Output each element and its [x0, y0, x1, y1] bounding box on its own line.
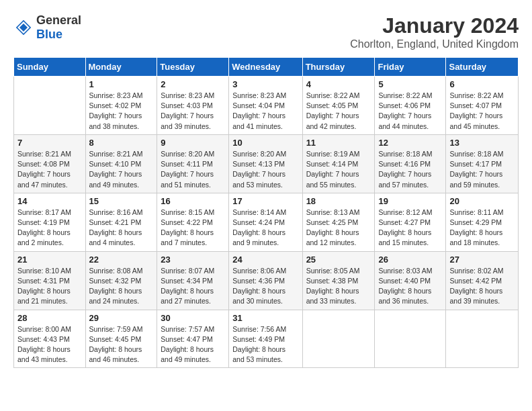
- day-info: Sunrise: 8:12 AMSunset: 4:27 PMDaylight:…: [378, 208, 442, 248]
- calendar-cell: 16Sunrise: 8:15 AMSunset: 4:22 PMDayligh…: [157, 193, 229, 251]
- calendar-cell: 14Sunrise: 8:17 AMSunset: 4:19 PMDayligh…: [14, 193, 86, 251]
- day-number: 24: [232, 255, 298, 265]
- day-info: Sunrise: 8:02 AMSunset: 4:42 PMDaylight:…: [449, 266, 515, 307]
- day-number: 13: [449, 138, 515, 148]
- calendar-cell: 18Sunrise: 8:13 AMSunset: 4:25 PMDayligh…: [302, 193, 375, 251]
- location: Chorlton, England, United Kingdom: [350, 38, 519, 50]
- day-info: Sunrise: 8:10 AMSunset: 4:31 PMDaylight:…: [17, 266, 82, 307]
- day-number: 3: [232, 79, 298, 89]
- calendar-cell: 9Sunrise: 8:20 AMSunset: 4:11 PMDaylight…: [157, 134, 229, 193]
- header-row: SundayMondayTuesdayWednesdayThursdayFrid…: [14, 58, 519, 77]
- day-number: 20: [449, 196, 515, 206]
- calendar-body: 1Sunrise: 8:23 AMSunset: 4:02 PMDaylight…: [14, 77, 519, 368]
- day-info: Sunrise: 8:05 AMSunset: 4:38 PMDaylight:…: [306, 266, 371, 307]
- day-number: 28: [17, 313, 82, 323]
- calendar-cell: [375, 310, 446, 368]
- day-number: 17: [232, 196, 298, 206]
- day-number: 1: [89, 79, 154, 89]
- day-number: 16: [161, 196, 225, 206]
- calendar-cell: 24Sunrise: 8:06 AMSunset: 4:36 PMDayligh…: [229, 251, 302, 310]
- day-info: Sunrise: 8:11 AMSunset: 4:29 PMDaylight:…: [449, 208, 515, 248]
- calendar-cell: 8Sunrise: 8:21 AMSunset: 4:10 PMDaylight…: [85, 134, 157, 193]
- calendar-cell: [14, 77, 86, 135]
- day-number: 29: [89, 313, 154, 323]
- day-number: 9: [161, 138, 225, 148]
- day-number: 12: [378, 138, 442, 148]
- day-info: Sunrise: 8:21 AMSunset: 4:10 PMDaylight:…: [89, 149, 154, 190]
- day-info: Sunrise: 7:59 AMSunset: 4:45 PMDaylight:…: [89, 324, 154, 365]
- calendar-cell: 20Sunrise: 8:11 AMSunset: 4:29 PMDayligh…: [446, 193, 519, 251]
- calendar-cell: 21Sunrise: 8:10 AMSunset: 4:31 PMDayligh…: [14, 251, 86, 310]
- day-number: 23: [161, 255, 225, 265]
- logo-icon: [13, 17, 34, 38]
- logo-text: General Blue: [36, 13, 81, 42]
- logo-blue: Blue: [36, 28, 81, 42]
- day-info: Sunrise: 8:22 AMSunset: 4:05 PMDaylight:…: [306, 91, 371, 132]
- weekday-header-thursday: Thursday: [302, 58, 375, 77]
- page-header: General Blue January 2024 Chorlton, Engl…: [13, 13, 519, 50]
- day-info: Sunrise: 7:57 AMSunset: 4:47 PMDaylight:…: [161, 324, 225, 365]
- day-info: Sunrise: 8:23 AMSunset: 4:03 PMDaylight:…: [161, 91, 225, 132]
- day-number: 7: [17, 138, 82, 148]
- day-info: Sunrise: 8:13 AMSunset: 4:25 PMDaylight:…: [306, 208, 371, 248]
- weekday-header-wednesday: Wednesday: [229, 58, 302, 77]
- calendar-cell: 23Sunrise: 8:07 AMSunset: 4:34 PMDayligh…: [157, 251, 229, 310]
- day-number: 27: [449, 255, 515, 265]
- day-info: Sunrise: 8:14 AMSunset: 4:24 PMDaylight:…: [232, 208, 298, 248]
- day-number: 10: [232, 138, 298, 148]
- day-number: 25: [306, 255, 371, 265]
- day-number: 31: [232, 313, 298, 323]
- day-info: Sunrise: 8:22 AMSunset: 4:07 PMDaylight:…: [449, 91, 515, 132]
- calendar-cell: 27Sunrise: 8:02 AMSunset: 4:42 PMDayligh…: [446, 251, 519, 310]
- calendar-cell: 7Sunrise: 8:21 AMSunset: 4:08 PMDaylight…: [14, 134, 86, 193]
- calendar-cell: 13Sunrise: 8:18 AMSunset: 4:17 PMDayligh…: [446, 134, 519, 193]
- day-number: 19: [378, 196, 442, 206]
- calendar-cell: 31Sunrise: 7:56 AMSunset: 4:49 PMDayligh…: [229, 310, 302, 368]
- day-info: Sunrise: 8:07 AMSunset: 4:34 PMDaylight:…: [161, 266, 225, 307]
- day-info: Sunrise: 8:23 AMSunset: 4:02 PMDaylight:…: [89, 91, 154, 132]
- calendar-cell: [446, 310, 519, 368]
- day-number: 2: [161, 79, 225, 89]
- calendar-cell: 4Sunrise: 8:22 AMSunset: 4:05 PMDaylight…: [302, 77, 375, 135]
- calendar-cell: 5Sunrise: 8:22 AMSunset: 4:06 PMDaylight…: [375, 77, 446, 135]
- weekday-header-monday: Monday: [85, 58, 157, 77]
- calendar-cell: 3Sunrise: 8:23 AMSunset: 4:04 PMDaylight…: [229, 77, 302, 135]
- day-info: Sunrise: 8:20 AMSunset: 4:11 PMDaylight:…: [161, 149, 225, 190]
- weekday-header-tuesday: Tuesday: [157, 58, 229, 77]
- calendar-cell: 22Sunrise: 8:08 AMSunset: 4:32 PMDayligh…: [85, 251, 157, 310]
- month-title: January 2024: [350, 13, 519, 38]
- day-info: Sunrise: 8:19 AMSunset: 4:14 PMDaylight:…: [306, 149, 371, 190]
- calendar-cell: 28Sunrise: 8:00 AMSunset: 4:43 PMDayligh…: [14, 310, 86, 368]
- calendar-table: SundayMondayTuesdayWednesdayThursdayFrid…: [13, 57, 519, 368]
- calendar-week-4: 21Sunrise: 8:10 AMSunset: 4:31 PMDayligh…: [14, 251, 519, 310]
- day-info: Sunrise: 8:06 AMSunset: 4:36 PMDaylight:…: [232, 266, 298, 307]
- day-info: Sunrise: 8:17 AMSunset: 4:19 PMDaylight:…: [17, 208, 82, 248]
- day-info: Sunrise: 8:08 AMSunset: 4:32 PMDaylight:…: [89, 266, 154, 307]
- day-info: Sunrise: 8:18 AMSunset: 4:16 PMDaylight:…: [378, 149, 442, 190]
- calendar-cell: 12Sunrise: 8:18 AMSunset: 4:16 PMDayligh…: [375, 134, 446, 193]
- day-number: 15: [89, 196, 154, 206]
- calendar-week-5: 28Sunrise: 8:00 AMSunset: 4:43 PMDayligh…: [14, 310, 519, 368]
- calendar-cell: 1Sunrise: 8:23 AMSunset: 4:02 PMDaylight…: [85, 77, 157, 135]
- calendar-cell: 10Sunrise: 8:20 AMSunset: 4:13 PMDayligh…: [229, 134, 302, 193]
- day-info: Sunrise: 8:23 AMSunset: 4:04 PMDaylight:…: [232, 91, 298, 132]
- calendar-week-1: 1Sunrise: 8:23 AMSunset: 4:02 PMDaylight…: [14, 77, 519, 135]
- day-number: 4: [306, 79, 371, 89]
- day-info: Sunrise: 8:15 AMSunset: 4:22 PMDaylight:…: [161, 208, 225, 248]
- day-number: 14: [17, 196, 82, 206]
- logo-general: General: [36, 13, 81, 28]
- day-info: Sunrise: 8:03 AMSunset: 4:40 PMDaylight:…: [378, 266, 442, 307]
- calendar-cell: 11Sunrise: 8:19 AMSunset: 4:14 PMDayligh…: [302, 134, 375, 193]
- day-info: Sunrise: 8:18 AMSunset: 4:17 PMDaylight:…: [449, 149, 515, 190]
- day-number: 18: [306, 196, 371, 206]
- day-number: 22: [89, 255, 154, 265]
- calendar-cell: 19Sunrise: 8:12 AMSunset: 4:27 PMDayligh…: [375, 193, 446, 251]
- calendar-week-3: 14Sunrise: 8:17 AMSunset: 4:19 PMDayligh…: [14, 193, 519, 251]
- calendar-header: SundayMondayTuesdayWednesdayThursdayFrid…: [14, 58, 519, 77]
- day-number: 11: [306, 138, 371, 148]
- day-number: 8: [89, 138, 154, 148]
- day-number: 26: [378, 255, 442, 265]
- day-info: Sunrise: 8:20 AMSunset: 4:13 PMDaylight:…: [232, 149, 298, 190]
- calendar-week-2: 7Sunrise: 8:21 AMSunset: 4:08 PMDaylight…: [14, 134, 519, 193]
- day-info: Sunrise: 8:22 AMSunset: 4:06 PMDaylight:…: [378, 91, 442, 132]
